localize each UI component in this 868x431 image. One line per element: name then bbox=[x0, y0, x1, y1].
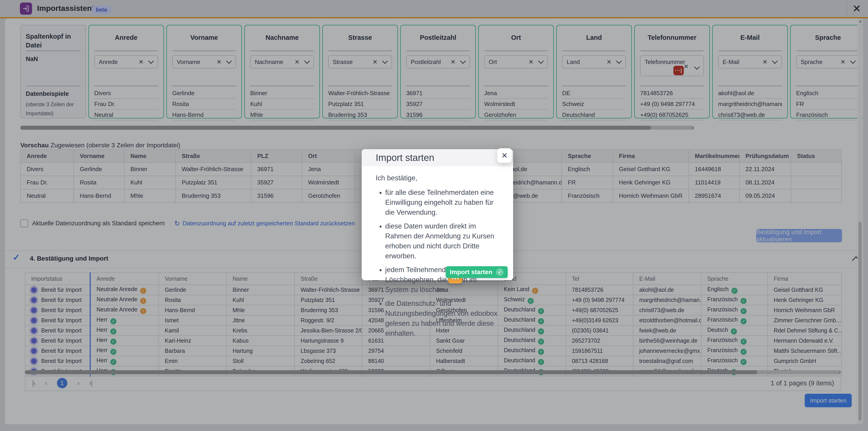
confirm-bullet: diese Daten wurden direkt im Rahmen der … bbox=[385, 221, 500, 261]
dialog-body: Ich bestätige, für alle diese Teilnehmer… bbox=[362, 166, 513, 338]
confirm-import-button[interactable]: Import starten ✓ bbox=[446, 266, 508, 278]
dialog-title: Import starten bbox=[376, 149, 434, 166]
confirm-intro: Ich bestätige, bbox=[376, 174, 500, 182]
confirm-import-label: Import starten bbox=[450, 269, 492, 276]
check-icon: ✓ bbox=[496, 268, 504, 276]
import-confirm-dialog: Import starten ✕ Ich bestätige, für alle… bbox=[362, 149, 513, 280]
close-icon[interactable]: ✕ bbox=[497, 148, 512, 163]
confirm-bullet: die Datenschutz- und Nutzungsbedingungen… bbox=[385, 299, 500, 338]
confirm-bullet: für alle diese Teilnehmerdaten eine Einw… bbox=[385, 188, 500, 217]
confirm-bullet-list: für alle diese Teilnehmerdaten eine Einw… bbox=[379, 188, 500, 338]
